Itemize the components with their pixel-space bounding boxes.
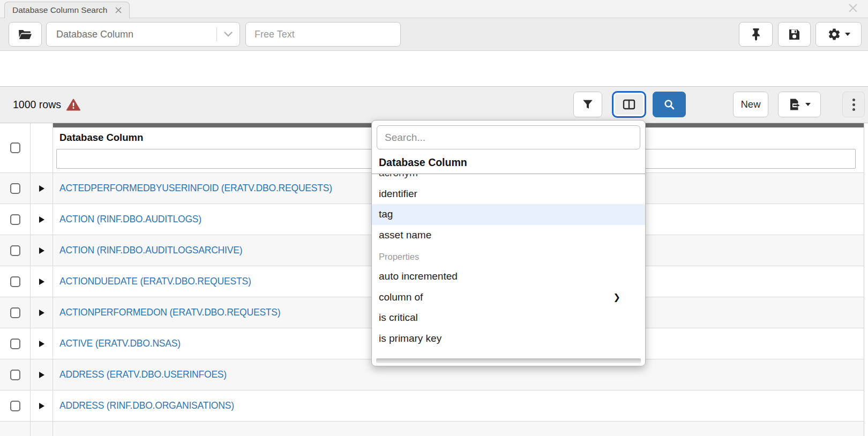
expand-row-icon[interactable]	[39, 216, 44, 223]
database-column-link[interactable]: ACTIVE (ERATV.DBO.NSAS)	[59, 338, 181, 349]
row-checkbox[interactable]	[10, 245, 20, 256]
tab-close-icon[interactable]	[115, 7, 122, 13]
pin-button[interactable]	[739, 22, 773, 47]
search-type-value: Database Column	[47, 29, 216, 40]
row-checkbox[interactable]	[10, 339, 20, 349]
row-count-text: 1000 rows	[13, 99, 61, 111]
tab-strip: Database Column Search	[0, 0, 868, 18]
results-bar: 1000 rows	[0, 86, 868, 123]
floppy-disk-icon	[788, 28, 800, 41]
column-picker-button[interactable]	[612, 91, 646, 118]
database-column-link[interactable]: ADDRESS (ERATV.DBO.USERINFOES)	[59, 369, 227, 380]
chevron-down-icon[interactable]	[217, 32, 240, 37]
dropdown-item[interactable]: asset name ❯	[372, 225, 645, 246]
table-columns-icon	[623, 99, 635, 110]
filter-button[interactable]	[573, 92, 602, 117]
table-row-partial	[0, 421, 864, 436]
row-count: 1000 rows	[13, 87, 80, 123]
caret-down-icon	[845, 33, 850, 36]
new-button-label: New	[740, 99, 760, 110]
row-checkbox[interactable]	[10, 183, 20, 194]
kebab-menu-icon	[852, 99, 855, 101]
database-column-link[interactable]: ADDRESS (RINF.DBO.ORGANISATIONS)	[59, 400, 234, 411]
open-saved-search-button[interactable]	[9, 22, 42, 47]
tab-title: Database Column Search	[12, 5, 108, 15]
select-all-checkbox[interactable]	[10, 142, 20, 153]
caret-down-icon	[805, 103, 811, 106]
free-text-input[interactable]	[245, 22, 401, 47]
more-options-button[interactable]	[842, 92, 865, 117]
tab-database-column-search[interactable]: Database Column Search	[4, 2, 130, 18]
chevron-right-icon: ❯	[613, 292, 620, 302]
row-checkbox[interactable]	[10, 276, 20, 287]
dropdown-item[interactable]: is primary key ❯	[372, 328, 645, 349]
row-checkbox[interactable]	[10, 307, 20, 318]
warning-triangle-icon[interactable]	[66, 99, 80, 111]
dropdown-item[interactable]: identifier ❯	[372, 184, 645, 205]
expand-row-icon[interactable]	[39, 279, 44, 285]
dropdown-header: Database Column	[372, 149, 645, 174]
magnifier-icon	[663, 99, 675, 110]
expand-row-icon[interactable]	[39, 372, 44, 378]
dropdown-item[interactable]: tag ❯	[372, 204, 645, 225]
expand-row-icon[interactable]	[39, 341, 44, 347]
row-checkbox[interactable]	[10, 401, 20, 411]
expand-row-icon[interactable]	[39, 403, 44, 409]
new-button[interactable]: New	[733, 92, 768, 117]
expand-row-icon[interactable]	[39, 185, 44, 192]
query-builder-area	[0, 51, 868, 86]
row-checkbox[interactable]	[10, 370, 20, 380]
export-button[interactable]	[778, 92, 821, 117]
database-column-link[interactable]: ACTEDPERFORMEDBYUSERINFOID (ERATV.DBO.RE…	[59, 183, 332, 194]
database-column-link[interactable]: ACTION (RINF.DBO.AUDITLOGSARCHIVE)	[59, 245, 242, 256]
window-close-icon[interactable]	[848, 3, 858, 13]
dropdown-section-label: Properties	[372, 245, 645, 266]
dropdown-horizontal-scrollbar[interactable]	[376, 358, 641, 363]
column-chooser-dropdown: Database Column acronym ❯ identifier ❯	[371, 120, 646, 366]
toolbar: Database Column	[0, 18, 868, 51]
gear-icon	[827, 27, 841, 41]
header-checkbox-cell	[0, 123, 31, 172]
open-folder-icon	[18, 29, 32, 40]
expand-row-icon[interactable]	[39, 247, 44, 254]
dropdown-item[interactable]: acronym ❯	[372, 174, 645, 184]
dropdown-item[interactable]: auto incremented ❯	[372, 266, 645, 287]
database-column-link[interactable]: ACTION (RINF.DBO.AUDITLOGS)	[59, 214, 201, 225]
search-button[interactable]	[653, 92, 686, 117]
search-type-select[interactable]: Database Column	[46, 22, 240, 47]
pushpin-icon	[750, 28, 762, 41]
dropdown-item[interactable]: column of ❯	[372, 287, 645, 308]
header-expander-cell	[31, 123, 53, 172]
database-column-link[interactable]: ACTIONPERFORMEDON (ERATV.DBO.REQUESTS)	[59, 307, 280, 318]
app-window: Database Column Search Database Column	[0, 0, 868, 436]
row-checkbox[interactable]	[10, 214, 20, 225]
funnel-icon	[582, 99, 594, 110]
table-row: ADDRESS (RINF.DBO.ORGANISATIONS)	[0, 390, 864, 421]
settings-button[interactable]	[815, 22, 862, 47]
dropdown-list: acronym ❯ identifier ❯ tag ❯ asset	[372, 174, 645, 355]
save-button[interactable]	[778, 22, 811, 47]
expand-row-icon[interactable]	[39, 310, 44, 316]
file-export-icon	[788, 98, 801, 111]
database-column-link[interactable]: ACTIONDUEDATE (ERATV.DBO.REQUESTS)	[59, 276, 251, 287]
dropdown-search-input[interactable]	[377, 125, 640, 149]
dropdown-item[interactable]: is critical ❯	[372, 307, 645, 328]
column-header-label[interactable]: Database Column	[59, 132, 143, 144]
